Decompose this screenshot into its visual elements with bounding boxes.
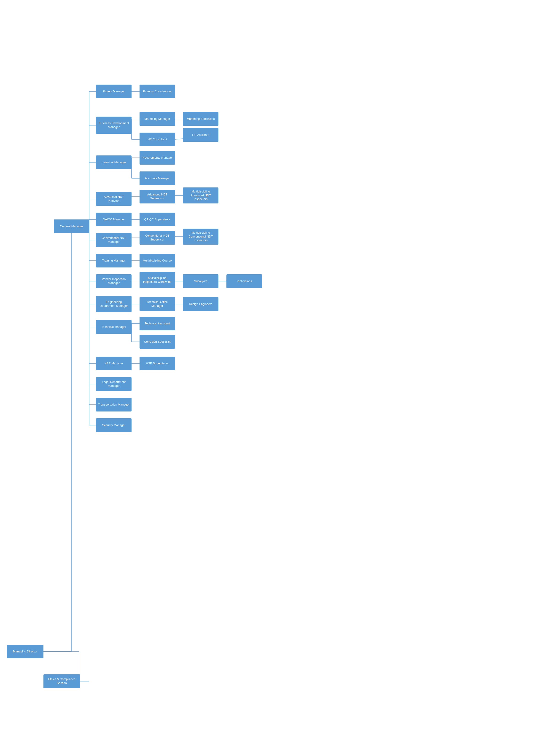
ethics-compliance-node: Ethics & Compliance Section [43,674,80,688]
org-chart: Managing Director Ethics & Compliance Se… [0,0,535,756]
marketing-manager-node: Marketing Manager [140,112,175,126]
qaqc-manager-node: QA/QC Manager [96,213,131,226]
transportation-manager-node: Transportation Manager [96,398,131,412]
design-engineers-node: Design Engineers [183,297,218,311]
project-manager-node: Project Manager [96,85,131,98]
technical-office-manager-node: Technical Office Manager [140,297,175,311]
security-manager-node: Security Manager [96,418,131,432]
technical-assistant-node: Technical Assistant [140,317,175,330]
multidisc-inspectors-worldwide-node: Multidiscipline Inspectors Worldwide [140,272,175,288]
conventional-ndt-manager-node: Conventional NDT Manager [96,233,131,247]
procurements-manager-node: Procurements Manager [140,151,175,165]
hr-consultant-node: HR Consultant [140,133,175,146]
engineering-dept-manager-node: Engineering Department Manager [96,296,131,312]
hse-supervisors-node: HSE Supervisors [140,357,175,370]
advanced-ndt-manager-node: Advanced NDT Manager [96,192,131,206]
multidisc-conventional-node: Multidiscipline Conventional NDT Inspect… [183,229,218,245]
advanced-ndt-supervisor-node: Advanced NDT Supervisor [140,190,175,203]
managing-director-node: Managing Director [7,645,43,659]
qaqc-supervisors-node: QA/QC Supervisors [140,213,175,226]
legal-dept-manager-node: Legal Department Manager [96,377,131,391]
training-manager-node: Training Manager [96,254,131,267]
marketing-specialists-node: Marketing Specialists [183,112,218,126]
projects-coordinators-node: Projects Coordinators [140,85,175,98]
surveyors-node: Surveyors [183,274,218,288]
conventional-ndt-supervisor-node: Conventional NDT Supervisor [140,231,175,245]
financial-manager-node: Financial Manager [96,155,131,169]
accounts-manager-node: Accounts Manager [140,172,175,185]
general-manager-node: General Manager [54,220,89,233]
technicians-node: Technicians [226,274,262,288]
business-dev-manager-node: Business Development Manager [96,117,131,134]
corrosion-specialist-node: Corrosion Specialist [140,335,175,349]
technical-manager-node: Technical Manager [96,320,131,334]
multidisc-course-node: Multidiscipline Course [140,254,175,267]
hr-assistant-node: HR Assistant [183,128,218,142]
hse-manager-node: HSE Manager [96,357,131,370]
multidisc-advanced-node: Multidiscipline Advanced NDT Inspectors [183,187,218,203]
connector-lines [0,0,535,756]
vendor-inspection-manager-node: Vendor Inspection Manager [96,274,131,288]
